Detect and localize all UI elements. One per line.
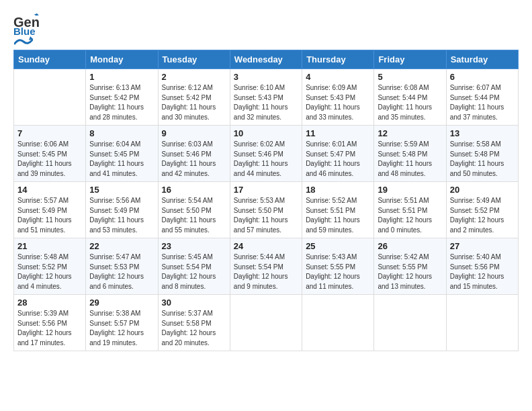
day-info: Sunrise: 5:45 AM Sunset: 5:54 PM Dayligh…: [162, 253, 226, 291]
day-info: Sunrise: 6:04 AM Sunset: 5:45 PM Dayligh…: [89, 140, 154, 179]
day-info: Sunrise: 6:03 AM Sunset: 5:46 PM Dayligh…: [162, 140, 226, 179]
day-number: 3: [234, 72, 298, 82]
day-number: 20: [450, 185, 515, 195]
calendar-cell: 22Sunrise: 5:47 AM Sunset: 5:53 PM Dayli…: [86, 238, 158, 295]
calendar-cell: [374, 295, 446, 351]
day-info: Sunrise: 5:58 AM Sunset: 5:48 PM Dayligh…: [450, 140, 515, 179]
day-number: 22: [89, 241, 154, 251]
day-info: Sunrise: 5:59 AM Sunset: 5:48 PM Dayligh…: [378, 140, 442, 179]
day-info: Sunrise: 5:38 AM Sunset: 5:57 PM Dayligh…: [89, 309, 154, 348]
day-info: Sunrise: 6:10 AM Sunset: 5:43 PM Dayligh…: [234, 83, 298, 122]
day-number: 13: [450, 128, 515, 138]
day-number: 4: [306, 72, 370, 82]
day-info: Sunrise: 6:09 AM Sunset: 5:43 PM Dayligh…: [306, 83, 370, 122]
calendar-cell: [302, 295, 374, 351]
calendar-cell: 13Sunrise: 5:58 AM Sunset: 5:48 PM Dayli…: [446, 126, 518, 182]
week-row-4: 21Sunrise: 5:48 AM Sunset: 5:52 PM Dayli…: [14, 238, 519, 295]
day-info: Sunrise: 5:37 AM Sunset: 5:58 PM Dayligh…: [162, 309, 226, 348]
day-info: Sunrise: 5:40 AM Sunset: 5:56 PM Dayligh…: [450, 253, 515, 291]
day-info: Sunrise: 6:08 AM Sunset: 5:44 PM Dayligh…: [378, 83, 442, 122]
calendar-cell: 18Sunrise: 5:52 AM Sunset: 5:51 PM Dayli…: [302, 182, 374, 238]
day-number: 15: [89, 185, 154, 195]
logo-icon: General Blue: [13, 13, 39, 35]
calendar-cell: 17Sunrise: 5:53 AM Sunset: 5:50 PM Dayli…: [230, 182, 302, 238]
weekday-saturday: Saturday: [446, 50, 518, 69]
calendar-cell: 25Sunrise: 5:43 AM Sunset: 5:55 PM Dayli…: [302, 238, 374, 295]
day-number: 25: [306, 241, 370, 251]
calendar-cell: 1Sunrise: 6:13 AM Sunset: 5:42 PM Daylig…: [86, 69, 158, 126]
week-row-2: 7Sunrise: 6:06 AM Sunset: 5:45 PM Daylig…: [14, 126, 519, 182]
calendar-cell: 30Sunrise: 5:37 AM Sunset: 5:58 PM Dayli…: [158, 295, 230, 351]
calendar-cell: 16Sunrise: 5:54 AM Sunset: 5:50 PM Dayli…: [158, 182, 230, 238]
calendar-table: SundayMondayTuesdayWednesdayThursdayFrid…: [13, 50, 519, 351]
day-number: 16: [162, 185, 226, 195]
day-info: Sunrise: 5:53 AM Sunset: 5:50 PM Dayligh…: [234, 196, 298, 235]
day-info: Sunrise: 5:48 AM Sunset: 5:52 PM Dayligh…: [17, 253, 82, 291]
day-info: Sunrise: 6:12 AM Sunset: 5:42 PM Dayligh…: [162, 83, 226, 122]
calendar-cell: 23Sunrise: 5:45 AM Sunset: 5:54 PM Dayli…: [158, 238, 230, 295]
day-number: 30: [162, 298, 226, 308]
day-number: 17: [234, 185, 298, 195]
calendar-cell: 6Sunrise: 6:07 AM Sunset: 5:44 PM Daylig…: [446, 69, 518, 126]
calendar-cell: 15Sunrise: 5:56 AM Sunset: 5:49 PM Dayli…: [86, 182, 158, 238]
day-info: Sunrise: 5:52 AM Sunset: 5:51 PM Dayligh…: [306, 196, 370, 235]
day-info: Sunrise: 6:01 AM Sunset: 5:47 PM Dayligh…: [306, 140, 370, 179]
calendar-cell: [14, 69, 86, 126]
day-info: Sunrise: 6:06 AM Sunset: 5:45 PM Dayligh…: [17, 140, 82, 179]
calendar-cell: 9Sunrise: 6:03 AM Sunset: 5:46 PM Daylig…: [158, 126, 230, 182]
day-number: 9: [162, 128, 226, 138]
calendar-cell: 8Sunrise: 6:04 AM Sunset: 5:45 PM Daylig…: [86, 126, 158, 182]
day-info: Sunrise: 6:02 AM Sunset: 5:46 PM Dayligh…: [234, 140, 298, 179]
day-number: 21: [17, 241, 82, 251]
day-info: Sunrise: 5:39 AM Sunset: 5:56 PM Dayligh…: [17, 309, 82, 348]
week-row-1: 1Sunrise: 6:13 AM Sunset: 5:42 PM Daylig…: [14, 69, 519, 126]
calendar-cell: 24Sunrise: 5:44 AM Sunset: 5:54 PM Dayli…: [230, 238, 302, 295]
day-number: 2: [162, 72, 226, 82]
day-info: Sunrise: 5:42 AM Sunset: 5:55 PM Dayligh…: [378, 253, 442, 291]
day-number: 19: [378, 185, 442, 195]
day-info: Sunrise: 6:13 AM Sunset: 5:42 PM Dayligh…: [89, 83, 154, 122]
week-row-5: 28Sunrise: 5:39 AM Sunset: 5:56 PM Dayli…: [14, 295, 519, 351]
day-info: Sunrise: 5:49 AM Sunset: 5:52 PM Dayligh…: [450, 196, 515, 235]
day-number: 5: [378, 72, 442, 82]
day-info: Sunrise: 5:51 AM Sunset: 5:51 PM Dayligh…: [378, 196, 442, 235]
weekday-friday: Friday: [374, 50, 446, 69]
day-number: 28: [17, 298, 82, 308]
day-number: 7: [17, 128, 82, 138]
logo: General Blue: [13, 13, 39, 43]
day-number: 29: [89, 298, 154, 308]
calendar-cell: 14Sunrise: 5:57 AM Sunset: 5:49 PM Dayli…: [14, 182, 86, 238]
day-number: 14: [17, 185, 82, 195]
weekday-header-row: SundayMondayTuesdayWednesdayThursdayFrid…: [14, 50, 519, 69]
day-number: 23: [162, 241, 226, 251]
day-number: 11: [306, 128, 370, 138]
day-info: Sunrise: 5:47 AM Sunset: 5:53 PM Dayligh…: [89, 253, 154, 291]
calendar-cell: 29Sunrise: 5:38 AM Sunset: 5:57 PM Dayli…: [86, 295, 158, 351]
weekday-sunday: Sunday: [14, 50, 86, 69]
logo-wave-icon: [14, 35, 33, 47]
calendar-cell: 20Sunrise: 5:49 AM Sunset: 5:52 PM Dayli…: [446, 182, 518, 238]
calendar-cell: 19Sunrise: 5:51 AM Sunset: 5:51 PM Dayli…: [374, 182, 446, 238]
calendar-cell: 2Sunrise: 6:12 AM Sunset: 5:42 PM Daylig…: [158, 69, 230, 126]
weekday-monday: Monday: [86, 50, 158, 69]
svg-text:Blue: Blue: [13, 26, 36, 35]
day-info: Sunrise: 6:07 AM Sunset: 5:44 PM Dayligh…: [450, 83, 515, 122]
day-number: 27: [450, 241, 515, 251]
day-number: 18: [306, 185, 370, 195]
day-number: 24: [234, 241, 298, 251]
day-info: Sunrise: 5:44 AM Sunset: 5:54 PM Dayligh…: [234, 253, 298, 291]
calendar-cell: 11Sunrise: 6:01 AM Sunset: 5:47 PM Dayli…: [302, 126, 374, 182]
day-number: 1: [89, 72, 154, 82]
calendar-cell: 21Sunrise: 5:48 AM Sunset: 5:52 PM Dayli…: [14, 238, 86, 295]
day-info: Sunrise: 5:54 AM Sunset: 5:50 PM Dayligh…: [162, 196, 226, 235]
day-number: 6: [450, 72, 515, 82]
calendar-cell: 10Sunrise: 6:02 AM Sunset: 5:46 PM Dayli…: [230, 126, 302, 182]
calendar-cell: 5Sunrise: 6:08 AM Sunset: 5:44 PM Daylig…: [374, 69, 446, 126]
calendar-cell: 4Sunrise: 6:09 AM Sunset: 5:43 PM Daylig…: [302, 69, 374, 126]
day-info: Sunrise: 5:57 AM Sunset: 5:49 PM Dayligh…: [17, 196, 82, 235]
page-header: General Blue: [13, 13, 519, 43]
calendar-cell: 27Sunrise: 5:40 AM Sunset: 5:56 PM Dayli…: [446, 238, 518, 295]
calendar-cell: 28Sunrise: 5:39 AM Sunset: 5:56 PM Dayli…: [14, 295, 86, 351]
day-number: 12: [378, 128, 442, 138]
day-number: 26: [378, 241, 442, 251]
